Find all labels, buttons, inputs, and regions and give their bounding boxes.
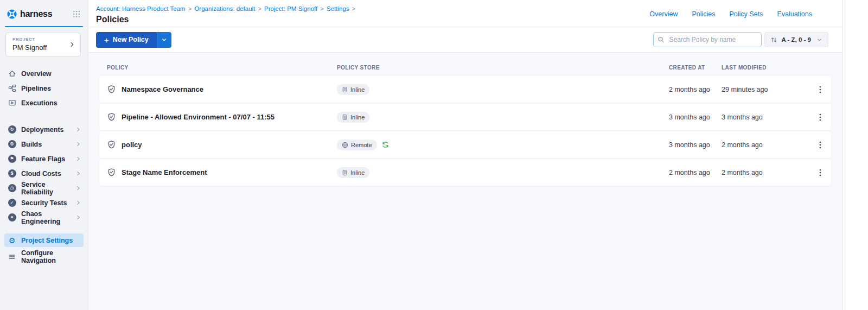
row-menu-kebab-icon[interactable] — [809, 113, 831, 122]
chevron-right-icon — [69, 41, 75, 48]
executions-icon — [8, 99, 16, 107]
sidebar-item-label: Deployments — [21, 126, 64, 134]
sidebar-item-project-settings[interactable]: ⚙ Project Settings — [4, 233, 84, 247]
policies-table: POLICY POLICY STORE CREATED AT LAST MODI… — [88, 53, 843, 310]
sidebar-item-security-tests[interactable]: ✓ Security Tests — [0, 195, 88, 210]
policy-store-badge: Inline — [337, 167, 369, 178]
breadcrumb-project[interactable]: Project: PM Signoff — [264, 5, 317, 12]
table-row[interactable]: Namespace Governance Inline 2 months ago… — [99, 76, 831, 103]
sidebar-item-label: Configure Navigation — [21, 249, 81, 264]
brand-underline — [5, 26, 83, 27]
created-at-value: 2 months ago — [669, 86, 722, 93]
column-header-created-at: CREATED AT — [669, 65, 722, 71]
chevron-right-icon — [75, 126, 81, 132]
chevron-right-icon — [75, 170, 81, 176]
policy-store-label: Inline — [350, 114, 365, 121]
sidebar-item-label: Overview — [21, 70, 52, 78]
service-reliability-icon: ◷ — [8, 184, 16, 192]
created-at-value: 3 months ago — [669, 113, 722, 121]
sidebar-item-configure-navigation[interactable]: Configure Navigation — [0, 249, 88, 264]
table-row[interactable]: Pipeline - Allowed Environment - 07/07 -… — [99, 104, 831, 130]
sidebar-item-chaos-engineering[interactable]: ✶ Chaos Engineering — [0, 210, 88, 225]
last-modified-value: 29 minutes ago — [722, 86, 809, 93]
sidebar-item-feature-flags[interactable]: ⚑ Feature Flags — [0, 151, 88, 166]
tab-policy-sets[interactable]: Policy Sets — [730, 10, 763, 27]
last-modified-value: 2 months ago — [722, 141, 809, 149]
sidebar-item-label: Executions — [21, 99, 58, 107]
chevron-right-icon — [75, 156, 81, 162]
sidebar-item-overview[interactable]: Overview — [0, 66, 88, 81]
column-header-last-modified: LAST MODIFIED — [722, 65, 809, 71]
sidebar-item-cloud-costs[interactable]: $ Cloud Costs — [0, 166, 88, 181]
policy-name: Namespace Governance — [122, 85, 203, 93]
breadcrumb-separator: > — [320, 5, 324, 12]
last-modified-value: 3 months ago — [722, 113, 809, 121]
column-header-policy-store: POLICY STORE — [337, 65, 669, 71]
cloud-costs-icon: $ — [8, 169, 16, 178]
policy-name: policy — [122, 141, 142, 149]
chevron-right-icon — [75, 141, 81, 147]
sidebar-item-deployments[interactable]: ↻ Deployments — [0, 122, 88, 137]
home-icon — [8, 69, 16, 78]
table-row[interactable]: Stage Name Enforcement Inline 2 months a… — [99, 159, 831, 186]
policy-store-badge: Inline — [337, 112, 369, 123]
pipelines-icon — [8, 84, 16, 92]
sidebar-item-builds[interactable]: ⚙ Builds — [0, 137, 88, 151]
policy-shield-icon — [107, 168, 116, 177]
chevron-down-icon — [161, 37, 167, 43]
breadcrumb-settings[interactable]: Settings — [327, 5, 349, 12]
sidebar-item-label: Chaos Engineering — [21, 210, 75, 225]
sort-dropdown-label: A - Z, 0 - 9 — [781, 36, 811, 43]
policy-store-label: Remote — [351, 142, 372, 148]
chevron-down-icon — [816, 37, 822, 43]
last-modified-value: 2 months ago — [722, 169, 809, 176]
breadcrumb-organization[interactable]: Organizations: default — [194, 5, 255, 12]
sidebar-item-service-reliability[interactable]: ◷ Service Reliability — [0, 181, 88, 195]
sort-dropdown[interactable]: A - Z, 0 - 9 — [764, 32, 828, 47]
created-at-value: 2 months ago — [669, 169, 722, 176]
deployments-icon: ↻ — [8, 125, 16, 134]
sidebar-item-label: Security Tests — [21, 199, 67, 207]
sidebar-nav-top: Overview Pipelines Executions — [0, 66, 88, 110]
breadcrumb-separator: > — [258, 5, 261, 12]
sidebar-item-label: Project Settings — [21, 237, 73, 244]
table-row[interactable]: policy Remote 3 months ago 2 months ago — [99, 131, 831, 158]
chevron-right-icon — [75, 185, 81, 191]
brand-header: harness — [0, 0, 88, 26]
policy-shield-icon — [107, 85, 116, 94]
tab-evaluations[interactable]: Evaluations — [777, 10, 812, 27]
policy-shield-icon — [107, 112, 116, 122]
hamburger-icon — [8, 253, 16, 261]
sidebar-item-executions[interactable]: Executions — [0, 96, 88, 110]
tab-overview[interactable]: Overview — [649, 10, 678, 27]
sidebar-nav-bottom: ⚙ Project Settings Configure Navigation — [0, 233, 88, 264]
app-launcher-icon[interactable] — [73, 10, 80, 18]
search-input[interactable] — [653, 32, 762, 47]
breadcrumb-separator: > — [352, 5, 356, 12]
sidebar-item-pipelines[interactable]: Pipelines — [0, 81, 88, 96]
harness-logo-icon — [7, 9, 17, 20]
row-menu-kebab-icon[interactable] — [809, 85, 831, 94]
table-header-row: POLICY POLICY STORE CREATED AT LAST MODI… — [99, 65, 831, 71]
breadcrumb-separator: > — [188, 5, 192, 12]
policy-store-badge: Remote — [337, 140, 377, 150]
sidebar-item-label: Feature Flags — [21, 155, 65, 163]
row-menu-kebab-icon[interactable] — [809, 141, 831, 149]
project-selector[interactable]: PROJECT PM Signoff — [5, 33, 81, 56]
row-menu-kebab-icon[interactable] — [809, 168, 831, 177]
sidebar: harness PROJECT PM Signoff Overview Pipe… — [0, 0, 88, 310]
breadcrumb-account[interactable]: Account: Harness Product Team — [96, 5, 186, 12]
main-area: Account: Harness Product Team > Organiza… — [88, 0, 843, 310]
right-gutter — [843, 0, 868, 310]
chevron-right-icon — [75, 214, 81, 220]
git-sync-icon — [381, 141, 390, 149]
policy-name: Stage Name Enforcement — [122, 168, 207, 176]
header-left: Account: Harness Product Team > Organiza… — [96, 5, 355, 27]
new-policy-button[interactable]: + New Policy — [96, 32, 157, 48]
new-policy-dropdown-button[interactable] — [157, 32, 171, 48]
sort-arrows-icon — [770, 36, 777, 43]
tab-policies[interactable]: Policies — [692, 10, 715, 27]
header-tabs: Overview Policies Policy Sets Evaluation… — [649, 5, 812, 27]
policy-store-label: Inline — [350, 169, 365, 176]
plus-icon: + — [104, 36, 109, 44]
